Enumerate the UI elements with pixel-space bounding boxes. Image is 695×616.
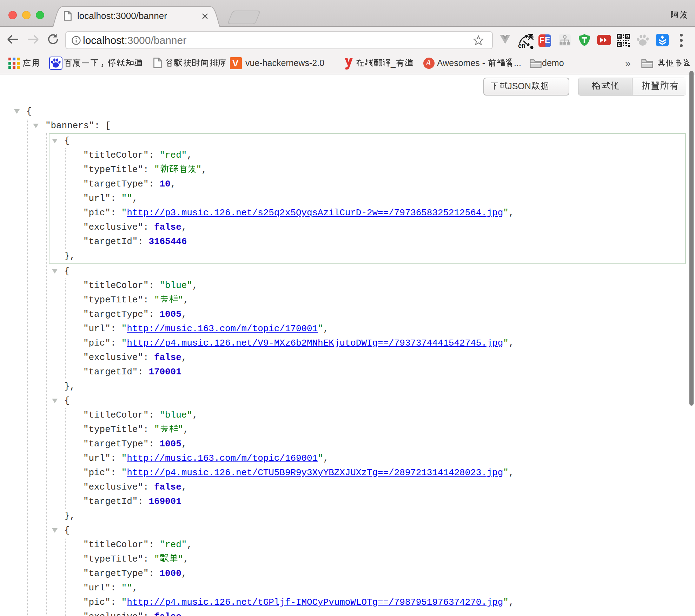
svg-text:en: en [518,42,525,49]
